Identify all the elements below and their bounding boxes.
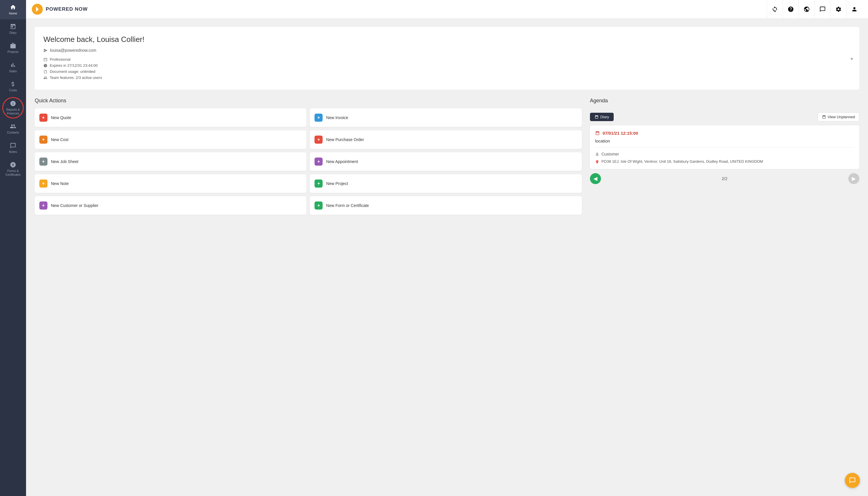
pagination-count: 2/2	[722, 176, 728, 181]
agenda-section: Agenda Diary View Unplanned 07/01/	[590, 98, 859, 184]
messages-button[interactable]	[814, 0, 830, 19]
diary-btn-icon	[595, 115, 599, 119]
new-appointment-label: New Appointment	[326, 159, 358, 164]
new-purchase-order-icon: +	[315, 136, 323, 144]
doc-usage-row: Document usage: unlimited	[43, 69, 851, 74]
new-purchase-order-label: New Purchase Order	[326, 137, 364, 142]
agenda-address: PO38 1EJ, Isle Of Wight, Ventnor, Unit 1…	[595, 159, 854, 164]
customer-icon	[595, 152, 599, 156]
agenda-header: Agenda	[590, 98, 859, 108]
agenda-card: 07/01/21 12:15:00 location Customer PO38…	[590, 125, 859, 169]
send-icon	[43, 48, 48, 52]
header-icons	[767, 0, 862, 19]
sidebar-label-home: Home	[9, 12, 17, 15]
globe-button[interactable]	[798, 0, 814, 19]
main-area: POWERED NOW	[26, 0, 868, 496]
team-icon	[43, 76, 47, 80]
contacts-icon	[10, 123, 16, 129]
plan-icon	[43, 58, 47, 62]
forms-icon	[10, 161, 16, 168]
new-purchase-order-button[interactable]: + New Purchase Order	[310, 130, 582, 149]
header: POWERED NOW	[26, 0, 868, 19]
new-cost-button[interactable]: + New Cost	[35, 130, 306, 149]
team-text: Team features: 2/3 active users	[50, 75, 102, 80]
sidebar-label-sales: Sales	[9, 69, 17, 73]
new-job-sheet-button[interactable]: + New Job Sheet	[35, 152, 306, 171]
chat-bubble-icon	[849, 477, 856, 484]
sidebar-label-diary: Diary	[10, 31, 17, 35]
view-unplanned-button[interactable]: View Unplanned	[818, 112, 859, 121]
logo-icon	[32, 4, 43, 15]
sync-button[interactable]	[767, 0, 783, 19]
agenda-title: Agenda	[590, 98, 608, 104]
next-page-button[interactable]: ▶	[848, 173, 859, 184]
sidebar-item-diary[interactable]: Diary	[0, 19, 26, 39]
new-note-label: New Note	[51, 181, 69, 186]
welcome-chevron[interactable]: ▸	[851, 55, 854, 62]
new-project-icon: +	[315, 180, 323, 188]
clock-icon	[43, 64, 47, 68]
projects-icon	[10, 43, 16, 49]
new-customer-supplier-icon: +	[39, 201, 47, 210]
settings-icon	[835, 6, 842, 12]
user-profile-button[interactable]	[846, 0, 862, 19]
sidebar-item-reports[interactable]: Reports &Finances	[0, 96, 26, 119]
sidebar-item-contacts[interactable]: Contacts	[0, 119, 26, 138]
help-button[interactable]	[783, 0, 798, 19]
new-form-certificate-icon: +	[315, 201, 323, 210]
logo-text: POWERED NOW	[46, 6, 88, 12]
settings-button[interactable]	[830, 0, 846, 19]
reports-icon	[10, 100, 16, 107]
sidebar-label-reports: Reports &Finances	[6, 108, 20, 115]
lower-grid: Quick Actions + New Quote + New Invoice …	[35, 98, 859, 215]
diary-button[interactable]: Diary	[590, 113, 614, 121]
email-text: louisa@powerednow.com	[50, 48, 96, 52]
new-cost-icon: +	[39, 136, 47, 144]
expires-row: Expires in 27/12/31 23:44:00	[43, 63, 851, 68]
diary-icon	[10, 24, 16, 30]
sidebar-item-home[interactable]: Home	[0, 0, 26, 19]
new-project-button[interactable]: + New Project	[310, 174, 582, 193]
location-pin-icon	[595, 160, 599, 164]
globe-icon	[804, 6, 810, 12]
new-quote-label: New Quote	[51, 115, 71, 120]
notes-icon	[10, 142, 16, 149]
page-content: Welcome back, Louisa Collier! louisa@pow…	[26, 19, 868, 496]
messages-icon	[819, 6, 826, 12]
welcome-card: Welcome back, Louisa Collier! louisa@pow…	[35, 27, 859, 90]
sidebar-item-costs[interactable]: Costs	[0, 77, 26, 96]
expires-text: Expires in 27/12/31 23:44:00	[50, 63, 98, 68]
new-customer-supplier-button[interactable]: + New Customer or Supplier	[35, 196, 306, 215]
quick-actions-section: Quick Actions + New Quote + New Invoice …	[35, 98, 582, 215]
sidebar-item-projects[interactable]: Projects	[0, 38, 26, 58]
prev-page-button[interactable]: ◀	[590, 173, 601, 184]
new-job-sheet-icon: +	[39, 157, 47, 166]
sidebar-item-sales[interactable]: Sales	[0, 58, 26, 77]
chat-bubble-button[interactable]	[845, 473, 860, 488]
sidebar-label-costs: Costs	[9, 89, 17, 92]
agenda-datetime-text: 07/01/21 12:15:00	[603, 131, 638, 136]
new-form-certificate-label: New Form or Certificate	[326, 203, 369, 208]
new-invoice-label: New Invoice	[326, 115, 348, 120]
sidebar-item-notes[interactable]: Notes	[0, 138, 26, 158]
new-note-button[interactable]: + New Note	[35, 174, 306, 193]
new-customer-supplier-label: New Customer or Supplier	[51, 203, 99, 208]
customer-label: Customer	[601, 152, 619, 156]
new-invoice-button[interactable]: + New Invoice	[310, 108, 582, 127]
sidebar-label-notes: Notes	[9, 150, 17, 154]
sales-icon	[10, 62, 16, 68]
new-form-certificate-button[interactable]: + New Form or Certificate	[310, 196, 582, 215]
plan-row: Professional	[43, 57, 851, 62]
quick-actions-title: Quick Actions	[35, 98, 582, 104]
new-quote-button[interactable]: + New Quote	[35, 108, 306, 127]
logo: POWERED NOW	[32, 4, 88, 15]
agenda-divider	[595, 148, 854, 148]
sidebar-item-forms[interactable]: Forms &Certificates	[0, 157, 26, 180]
home-icon	[10, 4, 16, 11]
new-invoice-icon: +	[315, 113, 323, 122]
team-row: Team features: 2/3 active users	[43, 75, 851, 80]
address-text: PO38 1EJ, Isle Of Wight, Ventnor, Unit 1…	[601, 159, 763, 164]
agenda-location: location	[595, 138, 854, 143]
new-appointment-button[interactable]: + New Appointment	[310, 152, 582, 171]
sidebar-label-contacts: Contacts	[7, 131, 19, 135]
